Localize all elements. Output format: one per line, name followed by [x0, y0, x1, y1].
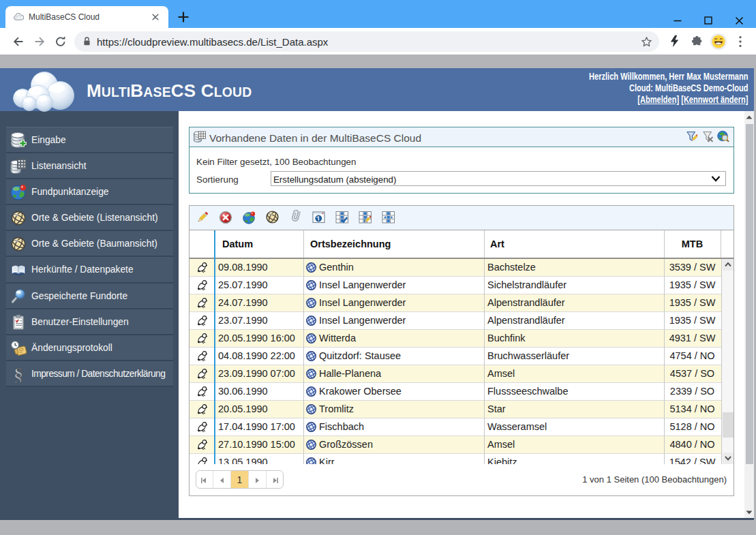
svg-text:§: §: [14, 366, 23, 382]
